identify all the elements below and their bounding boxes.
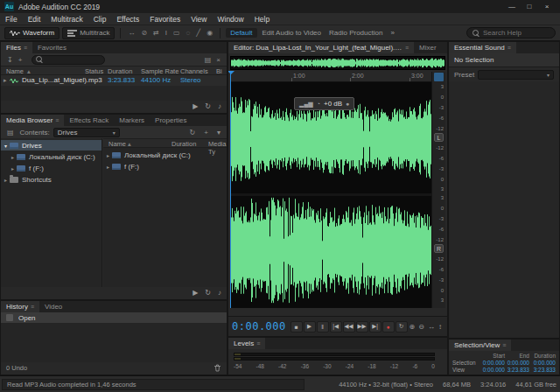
waveform-display[interactable]	[230, 82, 431, 308]
menu-multitrack[interactable]: Multitrack	[46, 13, 88, 25]
trash-icon[interactable]	[214, 364, 221, 372]
move-playhead-next-button[interactable]: ▶|	[369, 321, 382, 332]
zoom-full-width-button[interactable]: ↔	[426, 323, 437, 331]
preview-loop-icon[interactable]: ↻	[205, 102, 211, 110]
timeline-ruler[interactable]: 1:00 2:00 3:00	[230, 72, 431, 82]
panel-menu-icon[interactable]: ≡	[24, 45, 27, 51]
filter-icon[interactable]: ▾	[214, 129, 223, 136]
tree-item-shortcuts[interactable]: ▸ Shortcuts	[1, 174, 102, 185]
zoom-full-height-button[interactable]: ↕	[437, 323, 444, 331]
col-status[interactable]: Status	[85, 67, 103, 75]
tab-history[interactable]: History ≡	[1, 301, 39, 312]
minimize-button[interactable]: —	[503, 0, 521, 13]
tab-levels[interactable]: Levels ≡	[228, 338, 265, 349]
menu-view[interactable]: View	[186, 13, 212, 25]
panel-menu-icon[interactable]: ≡	[508, 45, 511, 51]
preview-play-icon[interactable]: ▶	[192, 102, 198, 110]
pause-button[interactable]: ‖	[317, 321, 329, 332]
view-end[interactable]: 3:23.833	[505, 367, 529, 373]
panel-menu-icon[interactable]: ≡	[31, 304, 34, 310]
record-button[interactable]: ●	[382, 321, 395, 332]
selection-duration[interactable]: 0:00.000	[529, 360, 556, 366]
collapsed-icon[interactable]: ▸	[4, 177, 7, 183]
waveform-channel-right-canvas[interactable]	[230, 196, 431, 304]
delete-file-icon[interactable]: ×	[214, 56, 223, 64]
expand-icon[interactable]: ▸	[4, 77, 7, 84]
help-search-input[interactable]	[483, 29, 548, 37]
channel-left-badge[interactable]: L	[434, 133, 444, 142]
move-tool-icon[interactable]: ↔	[126, 29, 136, 37]
menu-clip[interactable]: Clip	[88, 13, 112, 25]
col-name[interactable]: Name	[108, 140, 126, 148]
history-item-open[interactable]: Open	[1, 312, 227, 323]
speaker-icon[interactable]: ♪	[218, 289, 221, 297]
menu-edit[interactable]: Edit	[23, 13, 46, 25]
new-file-icon[interactable]: +	[16, 56, 25, 64]
list-item-disk-f[interactable]: ▸ f (F:)	[103, 161, 227, 172]
fast-forward-button[interactable]: ▶▶	[356, 321, 368, 332]
preset-dropdown[interactable]: ▾	[478, 70, 554, 80]
play-button[interactable]: ▶	[304, 321, 316, 332]
tree-item-drives[interactable]: ▾ Drives	[1, 140, 102, 150]
hud-volume-control[interactable]: ▂▄▆ ◔ +0 dB ●	[294, 97, 354, 110]
razor-tool-icon[interactable]: ⊘	[139, 29, 149, 37]
channel-right-badge[interactable]: R	[434, 244, 444, 253]
tab-properties[interactable]: Properties	[150, 115, 192, 126]
menu-favorites[interactable]: Favorites	[144, 13, 186, 25]
workspace-overflow-button[interactable]: »	[388, 29, 396, 37]
col-bitdepth[interactable]: Bi	[216, 67, 222, 75]
menu-help[interactable]: Help	[249, 13, 275, 25]
tree-item-disk-f[interactable]: ▸ f (F:)	[1, 163, 102, 173]
collapsed-icon[interactable]: ▸	[11, 165, 14, 172]
multitrack-view-button[interactable]: Multitrack	[62, 27, 115, 39]
pin-icon[interactable]: ●	[346, 101, 349, 107]
loop-playback-button[interactable]: ↻	[396, 321, 408, 332]
move-playhead-previous-button[interactable]: |◀	[330, 321, 342, 332]
col-duration[interactable]: Duration	[172, 140, 196, 148]
contents-dropdown[interactable]: Drives ▾	[53, 128, 120, 137]
tab-markers[interactable]: Markers	[114, 115, 150, 126]
stop-button[interactable]: ■	[290, 321, 303, 332]
lasso-selection-tool-icon[interactable]: ◌	[185, 29, 192, 37]
time-selection-tool-icon[interactable]: I	[164, 29, 169, 37]
files-search-box[interactable]	[32, 55, 105, 65]
panel-menu-icon[interactable]: ≡	[55, 117, 59, 123]
collapsed-icon[interactable]: ▸	[107, 164, 109, 170]
workspace-default-button[interactable]: Default	[226, 28, 256, 38]
marquee-selection-tool-icon[interactable]: ▭	[172, 29, 182, 37]
preview-play-icon[interactable]: ▶	[192, 289, 198, 297]
amplitude-ruler[interactable]: 3 0 -3 -6 -12 -12 -6 -3 0 3 L 3 0 -3 -6	[431, 72, 445, 308]
tree-item-disk-c[interactable]: ▸ Локальный диск (C:)	[1, 151, 102, 162]
tab-editor[interactable]: Editor: Dua_Lipa-Lost_In_Your_Light_(fea…	[228, 42, 414, 53]
panel-menu-icon[interactable]: ≡	[256, 340, 260, 346]
maximize-button[interactable]: □	[521, 0, 538, 13]
collapsed-icon[interactable]: ▸	[11, 154, 14, 160]
help-search-box[interactable]	[466, 27, 556, 38]
speaker-icon[interactable]: ♪	[218, 102, 221, 110]
view-duration[interactable]: 3:23.833	[529, 367, 556, 373]
menu-effects[interactable]: Effects	[111, 13, 144, 25]
selection-end[interactable]: 0:00.000	[505, 360, 529, 366]
menu-window[interactable]: Window	[212, 13, 248, 25]
list-view-icon[interactable]: ▤	[202, 56, 214, 64]
folder-up-icon[interactable]: ▤	[4, 129, 17, 136]
menu-file[interactable]: File	[0, 13, 23, 25]
close-button[interactable]: ×	[538, 0, 556, 13]
refresh-icon[interactable]: ↻	[187, 129, 199, 136]
tab-files[interactable]: Files ≡	[1, 42, 32, 53]
scale-menu-icon[interactable]	[434, 73, 444, 81]
col-channels[interactable]: Channels	[180, 67, 208, 75]
workspace-edit-audio-to-video-button[interactable]: Edit Audio to Video	[260, 29, 324, 37]
import-file-icon[interactable]: ↧	[4, 56, 16, 64]
expanded-icon[interactable]: ▾	[4, 143, 7, 149]
waveform-view-button[interactable]: Waveform	[4, 27, 60, 39]
playhead-time-display[interactable]: 0:00.000	[232, 320, 286, 332]
slip-tool-icon[interactable]: ⇄	[151, 29, 161, 37]
col-sample-rate[interactable]: Sample Rate	[141, 67, 178, 75]
rewind-button[interactable]: ◀◀	[343, 321, 355, 332]
volume-knob-icon[interactable]: ◔	[317, 101, 320, 107]
tab-favorites[interactable]: Favorites	[32, 42, 72, 53]
tab-mixer[interactable]: Mixer	[414, 42, 442, 53]
list-item-disk-c[interactable]: ▸ Локальный диск (C:)	[103, 150, 227, 160]
view-start[interactable]: 0:00.000	[479, 367, 505, 373]
